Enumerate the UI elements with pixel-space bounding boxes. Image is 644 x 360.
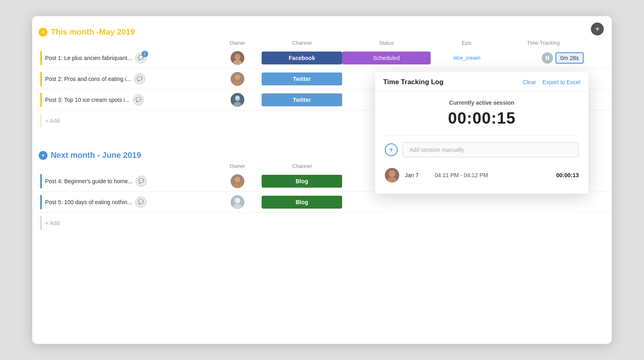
avatar-post3 [231, 93, 244, 107]
post1-title: Post 1: Le plus ancien fabriquant... [45, 55, 132, 61]
col-header-empty-2 [40, 163, 213, 169]
epic-tag-post1: #ice_cream [431, 55, 503, 61]
table-row: Post 1: Le plus ancien fabriquant... 💬 [32, 48, 612, 68]
session-duration: 00:00:13 [556, 172, 579, 178]
row-title-post3: Post 3: Top 10 ice cream spots i... 💬 [40, 93, 213, 107]
col-header-owner-2: Owner [213, 163, 262, 169]
session-time-range: 04:11 PM - 04:12 PM [435, 172, 551, 178]
add-row-indicator-2 [40, 216, 42, 230]
col-header-empty [40, 40, 213, 46]
tt-divider [385, 135, 579, 136]
avatar-post4 [231, 174, 244, 188]
row-indicator [40, 51, 42, 65]
channel-cell-post1[interactable]: Facebook [262, 52, 342, 64]
post3-title: Post 3: Top 10 ice cream spots i... [45, 97, 130, 103]
row-title-post1: Post 1: Le plus ancien fabriquant... 💬 [40, 51, 213, 65]
owner-cell-post2 [213, 72, 262, 86]
post5-title: Post 5: 100 days of eating nothin... [45, 199, 132, 205]
add-session-input[interactable]: Add session manually [402, 142, 579, 157]
add-row-label: + Add [45, 118, 60, 124]
active-session-label: Currently active session [385, 99, 579, 106]
channel-badge-post4[interactable]: Blog [262, 175, 342, 188]
avatar-post1 [231, 51, 244, 65]
session-date: Jan 7 [405, 172, 429, 178]
export-to-excel-button[interactable]: Export to Excel [543, 79, 580, 85]
comment-badge-post4[interactable]: 💬 [136, 176, 147, 187]
svg-point-22 [389, 170, 395, 176]
channel-badge-post5[interactable]: Blog [262, 196, 342, 209]
next-month-title: Next month - June 2019 [51, 151, 141, 160]
time-tracking-cell-post1: 0m 28s [503, 52, 584, 64]
tt-popup-title: Time Tracking Log [383, 78, 444, 86]
comment-badge-post3[interactable]: 💬 [133, 94, 144, 106]
row-indicator [40, 93, 42, 107]
add-session-row: + Add session manually [385, 142, 579, 157]
row-indicator-blue-2 [40, 195, 42, 209]
this-month-header: ▾ This month -May 2019 [32, 24, 612, 40]
row-title-post5: Post 5: 100 days of eating nothin... 💬 [40, 195, 213, 209]
avatar-post2 [231, 72, 244, 86]
col-header-owner: Owner [213, 40, 262, 46]
this-month-chevron[interactable]: ▾ [39, 28, 47, 37]
owner-cell-post5 [213, 195, 262, 209]
svg-point-14 [235, 177, 240, 182]
main-content: + ▾ This month -May 2019 Owner Channel S… [32, 16, 612, 344]
svg-rect-4 [546, 56, 547, 60]
add-row-indicator [40, 114, 42, 128]
comment-badge-post5[interactable]: 💬 [135, 197, 147, 208]
status-badge-post1[interactable]: Scheduled [342, 52, 431, 64]
avatar-post5 [231, 195, 244, 209]
add-global-button[interactable]: + [591, 23, 604, 35]
comment-badge-post2[interactable]: 💬 [134, 73, 145, 85]
col-header-status: Status [342, 40, 431, 46]
pause-button-post1[interactable] [542, 52, 553, 64]
row-title-post4: Post 4: Beginner's guide to home... 💬 [40, 174, 213, 188]
owner-cell-post1 [213, 51, 262, 65]
channel-cell-post5[interactable]: Blog [262, 196, 342, 209]
this-month-title: This month -May 2019 [51, 27, 135, 37]
active-session-time: 00:00:15 [385, 109, 579, 127]
column-headers-this-month: Owner Channel Status Epic Time Tracking [32, 40, 612, 46]
col-header-channel: Channel [262, 40, 342, 46]
clear-button[interactable]: Clear [522, 79, 536, 85]
session-avatar [385, 168, 399, 182]
channel-cell-post2[interactable]: Twitter [262, 72, 342, 85]
owner-cell-post3 [213, 93, 262, 107]
post2-title: Post 2: Pros and cons of eating i... [45, 76, 131, 82]
row-indicator-blue [40, 174, 42, 188]
col-header-epic: Epic [431, 40, 503, 46]
tt-popup-body: Currently active session 00:00:15 + Add … [375, 91, 588, 194]
add-row-next-month[interactable]: + Add [32, 213, 612, 234]
svg-point-17 [235, 198, 240, 203]
session-row: Jan 7 04:11 PM - 04:12 PM 00:00:13 [385, 165, 579, 186]
row-title-post2: Post 2: Pros and cons of eating i... 💬 [40, 72, 213, 86]
add-row-label-2: + Add [45, 220, 60, 226]
table-row: Post 5: 100 days of eating nothin... 💬 B… [32, 192, 612, 213]
post4-title: Post 4: Beginner's guide to home... [45, 178, 132, 184]
row-indicator [40, 72, 42, 86]
time-tracking-popup: Time Tracking Log Clear Export to Excel … [375, 72, 588, 194]
time-value-post1[interactable]: 0m 28s [555, 52, 584, 64]
svg-rect-5 [548, 56, 549, 60]
channel-cell-post4[interactable]: Blog [262, 175, 342, 188]
tt-popup-header: Time Tracking Log Clear Export to Excel [375, 72, 588, 91]
channel-badge-post1[interactable]: Facebook [262, 52, 342, 64]
status-cell-post1[interactable]: Scheduled [342, 52, 431, 64]
channel-badge-post3[interactable]: Twitter [262, 93, 342, 106]
channel-cell-post3[interactable]: Twitter [262, 93, 342, 106]
add-global-icon: + [595, 25, 600, 34]
active-session-panel: Currently active session 00:00:15 [385, 99, 579, 127]
tt-popup-actions: Clear Export to Excel [522, 79, 580, 85]
col-header-time-tracking: Time Tracking [503, 40, 584, 46]
channel-badge-post2[interactable]: Twitter [262, 72, 342, 85]
add-session-icon[interactable]: + [385, 143, 398, 156]
svg-point-3 [235, 54, 240, 59]
svg-point-7 [235, 74, 240, 80]
owner-cell-post4 [213, 174, 262, 188]
col-header-channel-2: Channel [262, 163, 342, 169]
svg-point-12 [235, 96, 239, 100]
comment-badge-post1[interactable]: 💬 [135, 52, 147, 64]
col-header-actions [584, 40, 604, 46]
app-container: + ▾ This month -May 2019 Owner Channel S… [32, 16, 612, 344]
next-month-chevron[interactable]: ▾ [39, 151, 47, 160]
